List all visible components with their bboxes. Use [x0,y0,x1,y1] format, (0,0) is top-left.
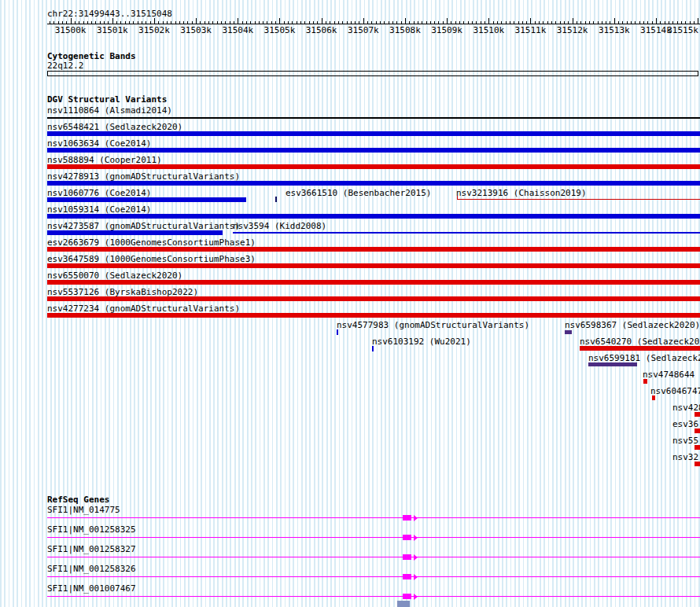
ruler-minor-tick [547,21,548,24]
ruler-minor-tick [422,21,422,24]
variant-glyph[interactable] [580,346,700,351]
gene-arrow-icon [414,554,418,561]
variant-glyph[interactable] [47,148,700,153]
ruler-minor-tick [108,21,109,24]
gene-label[interactable]: SFI1|NM_001258326 [47,565,136,574]
ruler-label: 31508k [389,26,421,35]
variant-glyph[interactable] [643,379,647,384]
gene-line[interactable] [47,596,700,597]
variant-label[interactable]: nsv3594 (Kidd2008) [233,222,326,231]
gene-exon[interactable] [403,554,411,560]
gene-label[interactable]: SFI1|NM_001258327 [47,545,136,554]
gene-exon[interactable] [403,594,411,599]
variant-glyph[interactable] [47,280,700,285]
ruler-minor-tick [672,21,673,24]
ruler-minor-tick [208,21,209,24]
ruler-label: 31506k [306,26,337,35]
ruler-label: 31500k [55,26,87,35]
ruler-minor-tick [317,21,318,24]
variant-label[interactable]: nsv1110864 (Alsmadi2014) [47,106,172,116]
ruler-minor-tick [100,21,101,24]
variant-label[interactable]: nsv6103192 (Wu2021) [372,337,471,347]
gene-label[interactable]: SFI1|NM_001258325 [47,525,136,535]
ruler-minor-tick [639,21,640,24]
gene-exon[interactable] [403,535,411,540]
ruler-minor-tick [568,21,569,24]
ruler-minor-tick [669,21,669,24]
variant-glyph[interactable] [694,429,700,433]
ruler-label: 31501k [97,26,128,35]
ruler-minor-tick [158,21,159,24]
dgv-section-title: DGV Structural Variants [47,95,167,105]
ruler-minor-tick [501,21,502,24]
variant-glyph[interactable] [275,197,277,202]
variant-glyph[interactable] [337,329,338,335]
ruler-minor-tick [133,21,134,24]
ruler-minor-tick [371,21,372,24]
variant-glyph[interactable] [694,462,700,466]
variant-glyph[interactable] [47,230,223,235]
variant-label[interactable]: nsv3213916 (Chaisson2019) [456,189,587,198]
variant-label[interactable]: nsv6046747 ( [650,387,700,396]
ruler-major-tick [154,18,155,24]
ruler-minor-tick [271,21,272,24]
variant-glyph[interactable] [47,131,700,136]
variant-label[interactable]: nsv4748644 ( [643,370,700,380]
variant-glyph[interactable] [47,296,700,301]
ruler-minor-tick [120,21,121,24]
variant-glyph[interactable] [694,445,700,450]
ruler-minor-tick [342,21,343,24]
ruler-minor-tick [304,21,305,24]
variant-glyph[interactable] [588,362,637,366]
ruler-major-tick [71,18,72,24]
cytoband-glyph[interactable] [47,71,698,76]
gene-line[interactable] [47,557,700,557]
variant-glyph[interactable] [47,164,700,169]
ruler-minor-tick [481,21,481,24]
gene-label[interactable]: SFI1|NM_001007467 [47,584,136,594]
ruler-minor-tick [384,21,385,24]
ruler-minor-tick [142,21,142,24]
variant-glyph[interactable] [47,197,246,202]
ruler-minor-tick [204,21,205,24]
variant-glyph[interactable] [47,313,700,318]
ruler-minor-tick [230,21,230,24]
ruler-minor-tick [313,21,314,24]
ruler-minor-tick [167,21,168,24]
variant-label[interactable]: nsv6598367 (Sedlazeck2020) [565,321,700,330]
ruler-minor-tick [685,21,686,24]
variant-glyph[interactable] [47,247,700,252]
ruler-major-tick [656,18,657,24]
gene-exon[interactable] [403,574,411,579]
variant-glyph[interactable] [47,214,700,219]
variant-label[interactable]: esv3661510 (Besenbacher2015) [286,189,431,198]
ruler-minor-tick [259,21,260,24]
ruler-minor-tick [577,21,577,24]
variant-glyph[interactable] [565,330,572,334]
gene-label[interactable]: SFI1|NM_014775 [47,506,120,515]
ruler-minor-tick [610,21,610,24]
gene-line[interactable] [47,517,700,518]
ruler-minor-tick [681,21,682,24]
variant-glyph[interactable] [47,263,700,268]
gene-exon[interactable] [403,515,411,521]
ruler-minor-tick [326,21,326,24]
ruler-minor-tick [242,21,243,24]
variant-glyph[interactable] [457,199,700,200]
variant-glyph[interactable] [47,117,700,119]
variant-glyph[interactable] [372,346,374,351]
variant-label[interactable]: nsv4577983 (gnomADStructuralVariants) [337,321,529,330]
ruler-minor-tick [418,21,418,24]
ruler-label: 31511k [515,26,547,35]
ruler-label: 31505k [264,26,296,35]
variant-glyph[interactable] [47,181,700,186]
variant-glyph[interactable] [694,412,700,417]
ruler-minor-tick [183,21,184,24]
gene-line[interactable] [47,537,700,538]
gene-line[interactable] [47,576,700,577]
variant-glyph[interactable] [652,395,655,400]
ruler-major-tick [196,18,197,24]
variant-glyph[interactable] [233,232,700,234]
ruler-minor-tick [79,21,79,24]
gene-arrow-icon [414,574,418,580]
